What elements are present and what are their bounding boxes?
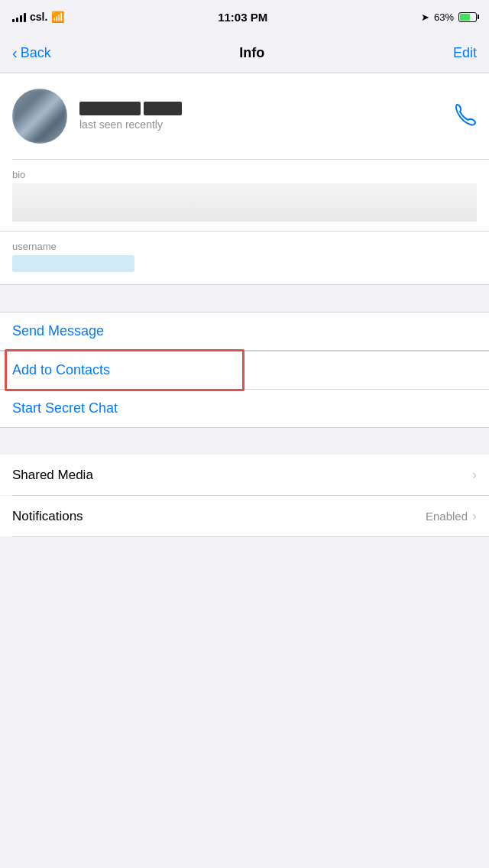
back-label: Back: [21, 45, 51, 61]
send-message-button[interactable]: Send Message: [0, 312, 489, 351]
page-title: Info: [239, 45, 264, 61]
chevron-left-icon: ‹: [12, 44, 18, 62]
notifications-row[interactable]: Notifications Enabled ›: [0, 496, 489, 536]
notifications-value: Enabled: [426, 510, 468, 523]
avatar-image: [12, 89, 67, 144]
carrier-label: csl.: [30, 11, 47, 23]
add-to-contacts-button[interactable]: Add to Contacts: [0, 351, 489, 390]
shared-media-row[interactable]: Shared Media ›: [0, 455, 489, 495]
bio-label: bio: [12, 169, 477, 180]
name-block-2: [144, 102, 182, 115]
username-row: username: [0, 232, 489, 284]
signal-bars: [12, 11, 26, 22]
profile-status: last seen recently: [79, 118, 182, 131]
chevron-right-icon-notifications: ›: [472, 508, 477, 524]
start-secret-chat-button[interactable]: Start Secret Chat: [0, 390, 489, 428]
wifi-icon: 📶: [51, 11, 64, 23]
bio-row: bio: [0, 160, 489, 231]
chevron-right-icon-shared: ›: [472, 467, 477, 483]
profile-info: last seen recently: [79, 102, 182, 131]
username-section: username: [0, 232, 489, 285]
status-bar: csl. 📶 11:03 PM ➤ 63%: [0, 0, 489, 34]
edit-button[interactable]: Edit: [453, 45, 477, 61]
shared-media-label: Shared Media: [12, 468, 93, 483]
avatar: [12, 89, 67, 144]
notifications-label: Notifications: [12, 509, 83, 524]
shared-media-right: ›: [472, 467, 477, 483]
battery-icon: [458, 12, 477, 22]
profile-section: last seen recently: [0, 73, 489, 159]
action-buttons-section: Send Message Add to Contacts Start Secre…: [0, 312, 489, 428]
bio-empty-area: [12, 183, 477, 222]
back-button[interactable]: ‹ Back: [12, 44, 51, 62]
section-gap-2: [0, 428, 489, 455]
profile-name: [79, 102, 182, 115]
username-label: username: [12, 241, 477, 252]
bio-section: bio: [0, 159, 489, 232]
battery-icon-container: [458, 12, 477, 22]
add-to-contacts-wrapper: Add to Contacts: [0, 351, 489, 390]
notifications-right: Enabled ›: [426, 508, 477, 524]
nav-bar: ‹ Back Info Edit: [0, 34, 489, 73]
location-icon: ➤: [421, 11, 429, 23]
name-block-1: [79, 102, 141, 115]
status-right: ➤ 63%: [421, 11, 477, 23]
status-time: 11:03 PM: [218, 11, 267, 24]
call-button[interactable]: [452, 102, 477, 131]
battery-percent: 63%: [434, 11, 454, 23]
username-value: [12, 255, 134, 272]
status-left: csl. 📶: [12, 11, 64, 23]
profile-left: last seen recently: [12, 89, 182, 144]
divider-list-2: [12, 536, 489, 537]
section-gap-1: [0, 285, 489, 312]
list-section: Shared Media › Notifications Enabled ›: [0, 455, 489, 537]
battery-fill: [460, 14, 470, 21]
